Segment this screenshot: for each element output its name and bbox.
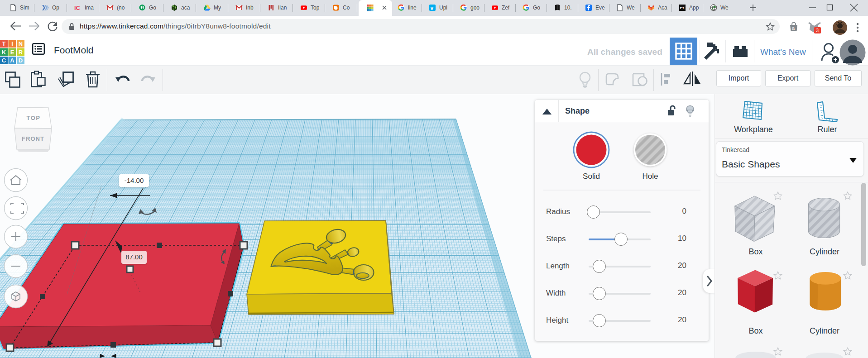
svg-text:3: 3	[816, 28, 819, 33]
svg-text:D: D	[19, 57, 23, 64]
svg-text:TOP: TOP	[27, 115, 41, 121]
svg-text:A: A	[10, 57, 14, 64]
svg-text:Hole: Hole	[643, 172, 658, 181]
svg-text:FRONT: FRONT	[22, 135, 44, 142]
svg-text:v: v	[431, 5, 434, 11]
svg-text:Solid: Solid	[583, 172, 600, 181]
svg-text:R: R	[19, 49, 23, 56]
svg-text:T: T	[2, 40, 6, 47]
svg-text:r*r: r*r	[680, 6, 684, 10]
svg-text:I: I	[11, 40, 13, 47]
svg-text:K: K	[2, 49, 6, 56]
svg-text:IC: IC	[74, 5, 81, 11]
svg-text:N: N	[19, 40, 23, 47]
svg-text:a: a	[792, 25, 795, 31]
svg-text:C: C	[2, 57, 6, 64]
svg-text:E: E	[10, 49, 14, 56]
